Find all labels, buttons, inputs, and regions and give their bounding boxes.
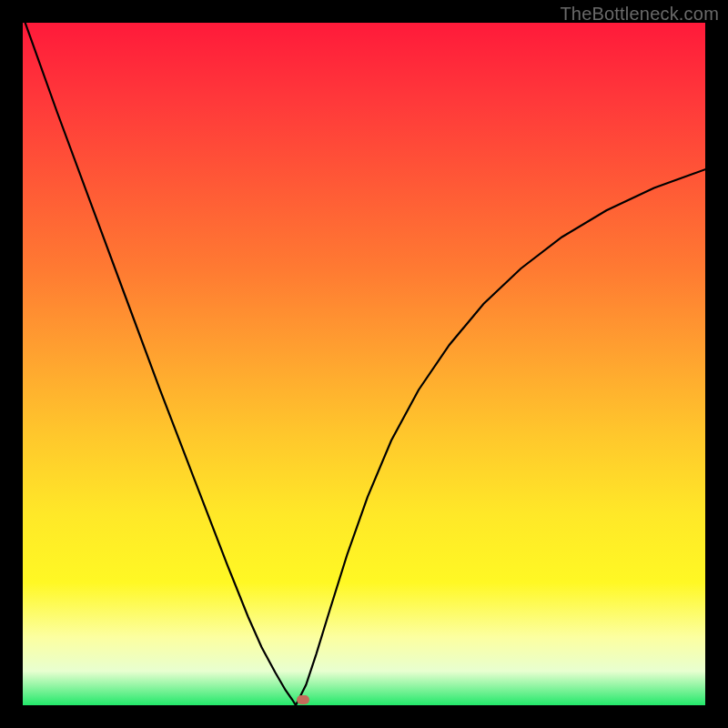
plot-area [23,23,705,705]
optimum-marker [297,695,309,704]
watermark-text: TheBottleneck.com [560,4,719,25]
